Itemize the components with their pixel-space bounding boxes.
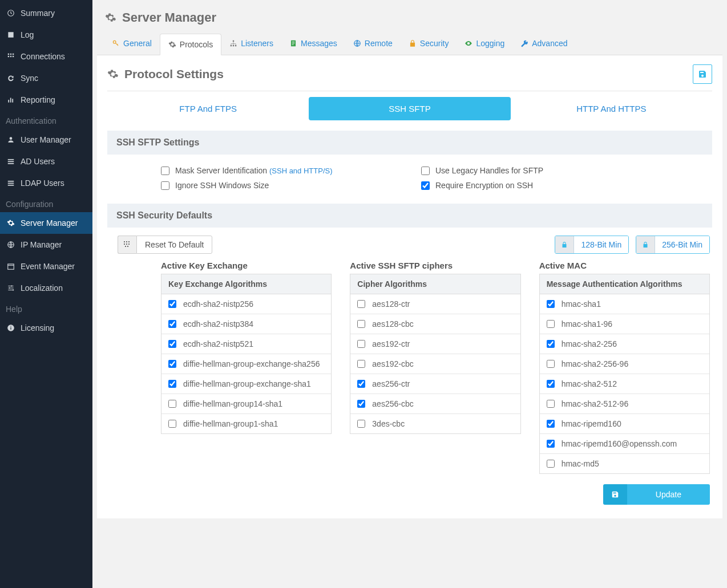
sidebar-item-log[interactable]: Log bbox=[0, 24, 92, 46]
alg-name: ecdh-sha2-nistp384 bbox=[183, 319, 253, 329]
sidebar-item-ldap-users[interactable]: LDAP Users bbox=[0, 172, 92, 194]
save-icon bbox=[698, 70, 707, 79]
checkbox[interactable] bbox=[357, 320, 365, 328]
checkbox[interactable] bbox=[357, 360, 365, 368]
checkbox[interactable] bbox=[547, 320, 555, 328]
sidebar-item-label: IP Manager bbox=[21, 240, 62, 249]
checkbox[interactable] bbox=[547, 460, 555, 468]
checkbox[interactable] bbox=[547, 360, 555, 368]
option-mask-server-identification[interactable]: Mask Server Identification (SSH and HTTP… bbox=[161, 166, 398, 175]
sidebar-item-event-manager[interactable]: Event Manager bbox=[0, 256, 92, 277]
table-row[interactable]: diffie-hellman-group14-sha1 bbox=[161, 394, 331, 414]
tab-logging[interactable]: Logging bbox=[457, 33, 512, 55]
table-row[interactable]: ecdh-sha2-nistp521 bbox=[161, 334, 331, 354]
subtab-ssh-sftp[interactable]: SSH SFTP bbox=[309, 97, 510, 120]
sidebar-item-label: Licensing bbox=[21, 323, 54, 332]
checkbox[interactable] bbox=[168, 420, 176, 428]
table-row[interactable]: 3des-cbc bbox=[350, 414, 520, 433]
table-row[interactable]: hmac-sha2-256-96 bbox=[540, 354, 709, 374]
tab-security[interactable]: Security bbox=[401, 33, 457, 55]
checkbox[interactable] bbox=[168, 380, 176, 388]
checkbox[interactable] bbox=[357, 300, 365, 308]
checkbox[interactable] bbox=[357, 380, 365, 388]
sidebar-item-label: Log bbox=[21, 30, 34, 39]
tab-label: Messages bbox=[301, 39, 337, 48]
table-row[interactable]: hmac-sha2-512-96 bbox=[540, 394, 709, 414]
sidebar-item-label: Connections bbox=[21, 52, 65, 61]
svg-rect-16 bbox=[8, 185, 14, 186]
checkbox[interactable] bbox=[357, 340, 365, 348]
sidebar-item-licensing[interactable]: Licensing bbox=[0, 317, 92, 339]
tab-general[interactable]: General bbox=[104, 33, 160, 55]
sidebar-item-ad-users[interactable]: AD Users bbox=[0, 151, 92, 172]
tab-protocols[interactable]: Protocols bbox=[160, 34, 221, 55]
table-row[interactable]: hmac-sha2-256 bbox=[540, 334, 709, 354]
table-row[interactable]: ecdh-sha2-nistp256 bbox=[161, 294, 331, 314]
checkbox[interactable] bbox=[547, 300, 555, 308]
sidebar-item-user-manager[interactable]: User Manager bbox=[0, 129, 92, 151]
table-row[interactable]: aes192-cbc bbox=[350, 354, 520, 374]
checkbox[interactable] bbox=[168, 400, 176, 408]
sidebar-item-sync[interactable]: Sync bbox=[0, 67, 92, 89]
table-row[interactable]: diffie-hellman-group1-sha1 bbox=[161, 414, 331, 433]
checkbox[interactable] bbox=[547, 440, 555, 448]
tab-advanced[interactable]: Advanced bbox=[512, 33, 575, 55]
checkbox[interactable] bbox=[357, 420, 365, 428]
table-header: Cipher Algorithms bbox=[350, 274, 520, 294]
checkbox[interactable] bbox=[357, 400, 365, 408]
save-button[interactable] bbox=[693, 64, 712, 84]
table-row[interactable]: diffie-hellman-group-exchange-sha1 bbox=[161, 374, 331, 394]
sidebar-item-connections[interactable]: Connections bbox=[0, 46, 92, 67]
256bit-button[interactable]: 256-Bit Min bbox=[636, 236, 710, 254]
option-use-legacy-handles-for-sftp[interactable]: Use Legacy Handles for SFTP bbox=[421, 166, 659, 175]
checkbox[interactable] bbox=[168, 340, 176, 348]
table-row[interactable]: aes128-cbc bbox=[350, 314, 520, 334]
checkbox[interactable] bbox=[168, 300, 176, 308]
table-row[interactable]: hmac-md5 bbox=[540, 454, 709, 473]
checkbox[interactable] bbox=[421, 181, 430, 190]
table-row[interactable]: ecdh-sha2-nistp384 bbox=[161, 314, 331, 334]
reset-button[interactable]: Reset To Default bbox=[136, 236, 212, 254]
table-row[interactable]: hmac-sha2-512 bbox=[540, 374, 709, 394]
checkbox[interactable] bbox=[421, 167, 430, 175]
option-require-encryption-on-ssh[interactable]: Require Encryption on SSH bbox=[421, 181, 659, 190]
checkbox[interactable] bbox=[168, 360, 176, 368]
sidebar-item-localization[interactable]: Localization bbox=[0, 277, 92, 299]
sidebar-item-server-manager[interactable]: Server Manager bbox=[0, 212, 92, 234]
checkbox[interactable] bbox=[547, 340, 555, 348]
sidebar-item-summary[interactable]: Summary bbox=[0, 2, 92, 24]
alg-column: Active Key ExchangeKey Exchange Algorith… bbox=[161, 261, 332, 474]
tab-remote[interactable]: Remote bbox=[345, 33, 401, 55]
sidebar-item-label: Localization bbox=[21, 283, 63, 293]
svg-point-10 bbox=[10, 137, 13, 140]
option-ignore-ssh-windows-size[interactable]: Ignore SSH Windows Size bbox=[161, 181, 398, 190]
subtab-http-and-https[interactable]: HTTP And HTTPS bbox=[511, 97, 712, 120]
sidebar-item-ip-manager[interactable]: IP Manager bbox=[0, 234, 92, 256]
table-row[interactable]: hmac-ripemd160@openssh.com bbox=[540, 434, 709, 454]
table-row[interactable]: diffie-hellman-group-exchange-sha256 bbox=[161, 354, 331, 374]
checkbox[interactable] bbox=[547, 400, 555, 408]
sidebar-item-reporting[interactable]: Reporting bbox=[0, 89, 92, 111]
save-icon bbox=[603, 484, 627, 505]
checkbox[interactable] bbox=[168, 320, 176, 328]
tab-messages[interactable]: Messages bbox=[281, 33, 345, 55]
table-row[interactable]: aes128-ctr bbox=[350, 294, 520, 314]
checkbox[interactable] bbox=[547, 380, 555, 388]
checkbox[interactable] bbox=[161, 181, 169, 190]
subtab-ftp-and-ftps[interactable]: FTP And FTPS bbox=[107, 97, 309, 120]
128bit-button[interactable]: 128-Bit Min bbox=[555, 236, 629, 254]
alg-name: hmac-ripemd160 bbox=[562, 419, 621, 428]
svg-rect-15 bbox=[8, 183, 14, 184]
wrench-icon bbox=[520, 39, 528, 47]
table-row[interactable]: hmac-sha1-96 bbox=[540, 314, 709, 334]
table-row[interactable]: aes256-cbc bbox=[350, 394, 520, 414]
calendar-icon bbox=[6, 261, 16, 271]
checkbox[interactable] bbox=[161, 167, 169, 175]
table-row[interactable]: hmac-ripemd160 bbox=[540, 414, 709, 434]
table-row[interactable]: aes256-ctr bbox=[350, 374, 520, 394]
table-row[interactable]: aes192-ctr bbox=[350, 334, 520, 354]
table-row[interactable]: hmac-sha1 bbox=[540, 294, 709, 314]
checkbox[interactable] bbox=[547, 420, 555, 428]
tab-listeners[interactable]: Listeners bbox=[221, 33, 281, 55]
update-button[interactable]: Update bbox=[603, 484, 710, 505]
